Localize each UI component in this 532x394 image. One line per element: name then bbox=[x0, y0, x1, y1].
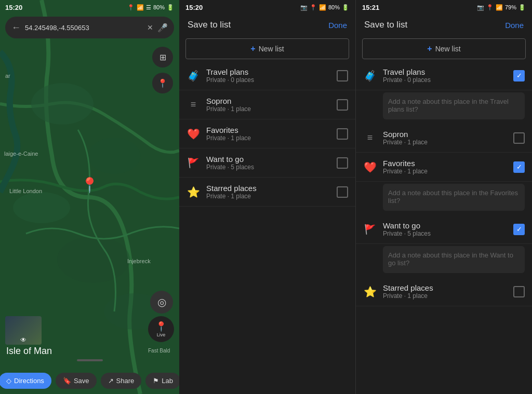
right-new-list-button[interactable]: + New list bbox=[362, 38, 526, 59]
right-photo-icon: 📷 bbox=[477, 4, 484, 11]
favorites-checkbox[interactable] bbox=[337, 128, 348, 140]
travel-plans-info: Travel plans Private · 0 places bbox=[206, 67, 330, 84]
svg-point-2 bbox=[88, 138, 140, 174]
directions-button[interactable]: ◇ Directions bbox=[0, 373, 51, 389]
map-label-injebreck: Injebreck bbox=[127, 258, 151, 264]
battery-icon: 🔋 bbox=[167, 4, 174, 11]
mic-icon[interactable]: 🎤 bbox=[157, 23, 168, 33]
travel-plans-checkbox[interactable] bbox=[337, 70, 348, 81]
want-to-go-meta: Private · 5 places bbox=[206, 164, 330, 171]
my-location-icon: ◎ bbox=[157, 296, 166, 308]
right-sopron-checkbox[interactable] bbox=[513, 132, 525, 144]
right-sopron-icon: ≡ bbox=[363, 132, 377, 143]
right-status-icons: 📷 📍 📶 79% 🔋 bbox=[477, 4, 526, 11]
label-label: Lab bbox=[162, 377, 173, 385]
right-panel-title: Save to list bbox=[364, 20, 407, 30]
label-button[interactable]: ⚑ Lab bbox=[145, 373, 179, 389]
right-want-to-go-checkbox[interactable] bbox=[513, 224, 525, 235]
my-location-button[interactable]: ◎ bbox=[150, 291, 173, 314]
list-item[interactable]: ≡ Sopron Private · 1 place bbox=[179, 90, 355, 119]
right-list-item-want-to-go[interactable]: 🚩 Want to go Private · 5 places bbox=[356, 215, 532, 244]
right-want-to-go-icon: 🚩 bbox=[363, 224, 377, 235]
svg-point-3 bbox=[13, 192, 70, 223]
list-item[interactable]: ⭐ Starred places Private · 1 place bbox=[179, 178, 355, 207]
right-list-item-favorites[interactable]: ❤️ Favorites Private · 1 place bbox=[356, 153, 532, 182]
right-list-item-travel-plans[interactable]: 🧳 Travel plans Private · 0 places bbox=[356, 61, 532, 90]
list-item[interactable]: 🧳 Travel plans Private · 0 places bbox=[179, 61, 355, 90]
save-button[interactable]: 🔖 Save bbox=[56, 373, 97, 389]
sopron-icon: ≡ bbox=[187, 99, 200, 110]
back-arrow-icon[interactable]: ← bbox=[11, 22, 21, 33]
svg-point-4 bbox=[57, 236, 130, 283]
right-favorites-name: Favorites bbox=[383, 159, 507, 168]
starred-places-name: Starred places bbox=[206, 184, 330, 193]
middle-panel-title: Save to list bbox=[188, 20, 231, 30]
right-wifi-icon: 📶 bbox=[496, 4, 503, 11]
right-travel-plans-note[interactable]: Add a note about this place in the Trave… bbox=[383, 92, 525, 119]
pin-icon: 📍 bbox=[157, 78, 168, 88]
middle-status-icons: 📷 📍 📶 80% 🔋 bbox=[300, 4, 349, 11]
middle-new-list-button[interactable]: + New list bbox=[185, 38, 349, 59]
right-status-bar: 15:21 📷 📍 📶 79% 🔋 bbox=[356, 0, 532, 15]
favorites-info: Favorites Private · 1 place bbox=[206, 126, 330, 142]
middle-status-bar: 15:20 📷 📍 📶 80% 🔋 bbox=[179, 0, 355, 15]
map-pin-button[interactable]: 📍 bbox=[152, 73, 173, 93]
list-item[interactable]: ❤️ Favorites Private · 1 place bbox=[179, 119, 355, 148]
list-item[interactable]: 🚩 Want to go Private · 5 places bbox=[179, 148, 355, 178]
starred-places-meta: Private · 1 place bbox=[206, 193, 330, 200]
map-panel: 15:20 📍 📶 ☰ 80% 🔋 ← 54.245498,-4.550653 … bbox=[0, 0, 179, 394]
right-favorites-note-text: Add a note about this place in the Favor… bbox=[388, 189, 520, 205]
right-want-to-go-name: Want to go bbox=[383, 221, 507, 230]
search-text: 54.245498,-4.550653 bbox=[25, 24, 143, 32]
map-label-laige: laige-e-Caine bbox=[4, 151, 38, 157]
battery-status: 80% bbox=[153, 4, 165, 10]
want-to-go-checkbox[interactable] bbox=[337, 157, 348, 169]
right-favorites-checkbox[interactable] bbox=[513, 161, 525, 173]
clear-icon[interactable]: ✕ bbox=[147, 23, 153, 32]
middle-done-button[interactable]: Done bbox=[328, 21, 347, 30]
live-label: Live bbox=[157, 332, 166, 337]
middle-battery: 80% bbox=[328, 4, 340, 10]
right-want-to-go-section: 🚩 Want to go Private · 5 places Add a no… bbox=[356, 215, 532, 273]
travel-plans-name: Travel plans bbox=[206, 67, 330, 76]
layers-icon: ⊞ bbox=[159, 52, 166, 62]
right-starred-checkbox[interactable] bbox=[513, 286, 525, 297]
map-layers-button[interactable]: ⊞ bbox=[152, 47, 173, 67]
live-button[interactable]: 📍 Live bbox=[148, 316, 174, 342]
thumbnail-eye-icon: 👁 bbox=[20, 336, 26, 344]
middle-time: 15:20 bbox=[185, 4, 203, 11]
bottom-handle bbox=[77, 359, 103, 361]
right-want-to-go-info: Want to go Private · 5 places bbox=[383, 221, 507, 237]
right-travel-plans-name: Travel plans bbox=[383, 67, 507, 76]
sopron-checkbox[interactable] bbox=[337, 99, 348, 111]
street-view-thumbnail[interactable]: 👁 bbox=[5, 316, 42, 345]
right-favorites-note[interactable]: Add a note about this place in the Favor… bbox=[383, 184, 525, 211]
share-icon: ↗ bbox=[108, 377, 114, 385]
sopron-name: Sopron bbox=[206, 97, 330, 105]
right-travel-plans-meta: Private · 0 places bbox=[383, 76, 507, 84]
search-bar[interactable]: ← 54.245498,-4.550653 ✕ 🎤 bbox=[5, 17, 174, 38]
save-label: Save bbox=[74, 377, 89, 385]
directions-icon: ◇ bbox=[6, 377, 11, 385]
share-label: Share bbox=[116, 377, 135, 385]
favorites-name: Favorites bbox=[206, 126, 330, 134]
right-travel-plans-icon: 🧳 bbox=[363, 70, 377, 82]
bottom-action-buttons: ◇ Directions 🔖 Save ↗ Share ⚑ Lab bbox=[0, 373, 179, 389]
share-button[interactable]: ↗ Share bbox=[101, 373, 142, 389]
right-travel-plans-checkbox[interactable] bbox=[513, 70, 525, 81]
want-to-go-info: Want to go Private · 5 places bbox=[206, 155, 330, 171]
right-done-button[interactable]: Done bbox=[505, 21, 524, 30]
right-time: 15:21 bbox=[362, 4, 379, 11]
want-to-go-icon: 🚩 bbox=[187, 157, 200, 169]
wifi-status-icon: 📶 bbox=[137, 4, 144, 11]
signal-status-icon: ☰ bbox=[146, 4, 151, 11]
right-list-item-starred[interactable]: ⭐ Starred places Private · 1 place bbox=[356, 277, 532, 306]
right-favorites-info: Favorites Private · 1 place bbox=[383, 159, 507, 175]
right-want-to-go-note[interactable]: Add a note about this place in the Want … bbox=[383, 246, 525, 273]
middle-wifi-icon: 📶 bbox=[319, 4, 326, 11]
travel-plans-meta: Private · 0 places bbox=[206, 76, 330, 84]
starred-places-checkbox[interactable] bbox=[337, 186, 348, 198]
right-favorites-icon: ❤️ bbox=[363, 161, 377, 173]
live-icon: 📍 bbox=[155, 321, 167, 332]
right-list-item-sopron[interactable]: ≡ Sopron Private · 1 place bbox=[356, 124, 532, 153]
